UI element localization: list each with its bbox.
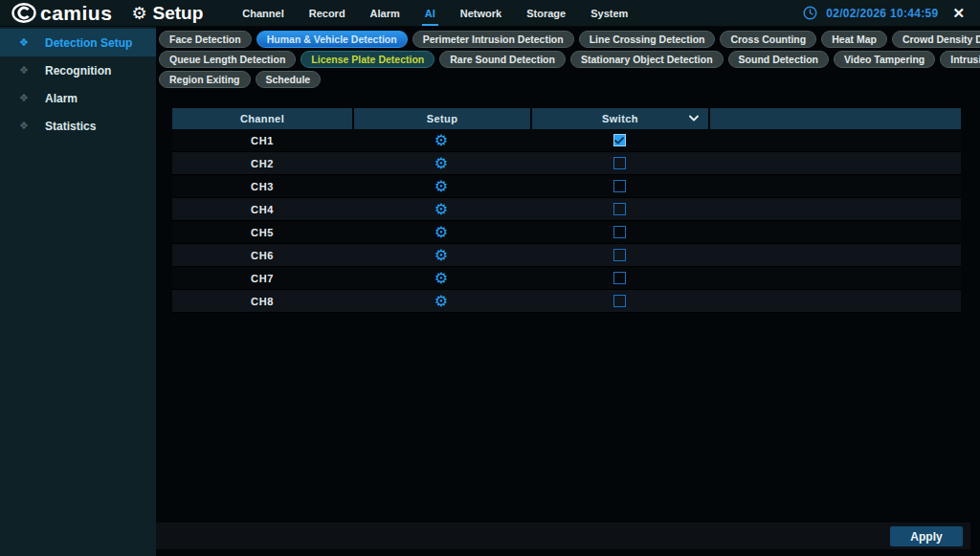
menu-item-network[interactable]: Network bbox=[448, 0, 514, 27]
brand-name: camius bbox=[40, 2, 112, 25]
topbar: camius ⚙ Setup ChannelRecordAlarmAINetwo… bbox=[0, 0, 980, 27]
gear-icon[interactable]: ⚙ bbox=[434, 202, 448, 217]
tab-row: Region ExitingSchedule bbox=[159, 71, 978, 88]
apply-button[interactable]: Apply bbox=[890, 526, 963, 546]
tab-intrusion[interactable]: Intrusion bbox=[940, 51, 980, 68]
column-header-switch: Switch bbox=[532, 108, 708, 129]
gear-icon[interactable]: ⚙ bbox=[434, 225, 448, 240]
tab-cross-counting[interactable]: Cross Counting bbox=[720, 31, 816, 48]
table-row-ch4: CH4⚙ bbox=[172, 198, 961, 221]
close-icon[interactable]: ✕ bbox=[947, 5, 970, 22]
gear-icon[interactable]: ⚙ bbox=[434, 179, 448, 194]
switch-checkbox[interactable] bbox=[613, 157, 626, 169]
menu-item-storage[interactable]: Storage bbox=[514, 0, 578, 27]
channel-label: CH3 bbox=[251, 181, 274, 192]
tab-video-tampering[interactable]: Video Tampering bbox=[834, 51, 935, 68]
sidebar-item-recognition[interactable]: ❖Recognition bbox=[0, 56, 156, 84]
clock-icon bbox=[803, 6, 817, 20]
channel-label: CH1 bbox=[251, 135, 274, 146]
setup-cell: ⚙ bbox=[352, 248, 530, 263]
setup-cell: ⚙ bbox=[352, 202, 530, 217]
gear-icon: ⚙ bbox=[131, 5, 146, 22]
switch-cell bbox=[530, 180, 708, 192]
channel-label: CH5 bbox=[251, 227, 274, 238]
sidebar: ❖Detection Setup❖Recognition❖Alarm❖Stati… bbox=[0, 27, 156, 556]
tab-human-vehicle-detection[interactable]: Human & Vehicle Detection bbox=[256, 31, 408, 48]
gear-icon[interactable]: ⚙ bbox=[434, 133, 448, 148]
page-title: Setup bbox=[153, 3, 204, 24]
switch-header-label: Switch bbox=[602, 113, 638, 124]
tab-queue-length-detection[interactable]: Queue Length Detection bbox=[159, 51, 296, 68]
switch-checkbox[interactable] bbox=[613, 226, 626, 238]
detection-tabs: Face DetectionHuman & Vehicle DetectionP… bbox=[159, 31, 978, 91]
main-content: Face DetectionHuman & Vehicle DetectionP… bbox=[156, 27, 980, 556]
setup-cell: ⚙ bbox=[352, 225, 530, 240]
tab-stationary-object-detection[interactable]: Stationary Object Detection bbox=[570, 51, 724, 68]
channel-cell: CH3 bbox=[172, 181, 352, 192]
switch-cell bbox=[530, 226, 708, 238]
gear-icon[interactable]: ⚙ bbox=[434, 156, 448, 171]
tab-region-exiting[interactable]: Region Exiting bbox=[159, 71, 251, 88]
switch-checkbox[interactable] bbox=[613, 295, 626, 307]
tab-heat-map[interactable]: Heat Map bbox=[821, 31, 887, 48]
menu-item-alarm[interactable]: Alarm bbox=[358, 0, 412, 27]
table-row-ch2: CH2⚙ bbox=[172, 152, 961, 175]
gear-icon[interactable]: ⚙ bbox=[434, 248, 448, 263]
tab-row: Queue Length DetectionLicense Plate Dete… bbox=[159, 51, 978, 68]
channel-label: CH6 bbox=[251, 250, 274, 261]
tab-sound-detection[interactable]: Sound Detection bbox=[728, 51, 829, 68]
channel-cell: CH5 bbox=[172, 227, 352, 238]
menu-item-channel[interactable]: Channel bbox=[230, 0, 296, 27]
table-row-ch6: CH6⚙ bbox=[172, 244, 961, 267]
tab-schedule[interactable]: Schedule bbox=[256, 71, 322, 88]
diamond-icon: ❖ bbox=[18, 121, 30, 131]
table-row-ch5: CH5⚙ bbox=[172, 221, 961, 244]
switch-cell bbox=[530, 134, 708, 146]
switch-checkbox[interactable] bbox=[613, 272, 626, 284]
switch-checkbox[interactable] bbox=[613, 203, 626, 215]
column-header-empty bbox=[710, 108, 961, 129]
channel-cell: CH1 bbox=[172, 135, 352, 146]
gear-icon[interactable]: ⚙ bbox=[434, 271, 448, 286]
tab-perimeter-intrusion-detection[interactable]: Perimeter Intrusion Detection bbox=[412, 31, 574, 48]
sidebar-item-statistics[interactable]: ❖Statistics bbox=[0, 112, 156, 140]
sidebar-item-label: Alarm bbox=[45, 92, 78, 105]
channel-cell: CH8 bbox=[172, 296, 352, 307]
channel-label: CH8 bbox=[251, 296, 274, 307]
gear-icon[interactable]: ⚙ bbox=[434, 294, 448, 309]
setup-cell: ⚙ bbox=[352, 156, 530, 171]
sidebar-item-detection-setup[interactable]: ❖Detection Setup bbox=[0, 29, 156, 56]
menu-item-ai[interactable]: AI bbox=[412, 0, 448, 27]
switch-checkbox[interactable] bbox=[613, 134, 626, 146]
switch-checkbox[interactable] bbox=[613, 180, 626, 192]
main-menu: ChannelRecordAlarmAINetworkStorageSystem bbox=[230, 0, 640, 27]
chevron-down-icon[interactable] bbox=[689, 115, 699, 122]
menu-item-record[interactable]: Record bbox=[297, 0, 358, 27]
table-row-ch3: CH3⚙ bbox=[172, 175, 961, 198]
app-window: camius ⚙ Setup ChannelRecordAlarmAINetwo… bbox=[0, 0, 980, 556]
tab-line-crossing-detection[interactable]: Line Crossing Detection bbox=[579, 31, 716, 48]
table-row-ch7: CH7⚙ bbox=[172, 267, 961, 290]
menu-item-system[interactable]: System bbox=[578, 0, 640, 27]
tab-face-detection[interactable]: Face Detection bbox=[159, 31, 252, 48]
channel-label: CH4 bbox=[251, 204, 274, 215]
sidebar-item-alarm[interactable]: ❖Alarm bbox=[0, 84, 156, 112]
channel-table: Channel Setup Switch CH1⚙CH2⚙CH3⚙CH4⚙CH5… bbox=[172, 108, 961, 313]
channel-cell: CH6 bbox=[172, 250, 352, 261]
tab-crowd-density-detection[interactable]: Crowd Density Detection bbox=[892, 31, 980, 48]
diamond-icon: ❖ bbox=[18, 65, 30, 76]
table-header-row: Channel Setup Switch bbox=[172, 108, 961, 129]
datetime-display: 02/02/2026 10:44:59 bbox=[826, 7, 938, 20]
channel-cell: CH7 bbox=[172, 273, 352, 284]
setup-cell: ⚙ bbox=[352, 271, 530, 286]
tab-row: Face DetectionHuman & Vehicle DetectionP… bbox=[159, 31, 978, 48]
tab-rare-sound-detection[interactable]: Rare Sound Detection bbox=[439, 51, 566, 68]
setup-title-group: ⚙ Setup bbox=[131, 3, 203, 24]
switch-checkbox[interactable] bbox=[613, 249, 626, 261]
topbar-right: 02/02/2026 10:44:59 ✕ bbox=[803, 5, 970, 22]
switch-cell bbox=[530, 272, 708, 284]
sidebar-item-label: Recognition bbox=[45, 64, 111, 78]
tab-license-plate-detection[interactable]: License Plate Detection bbox=[301, 51, 434, 68]
switch-cell bbox=[530, 295, 708, 307]
sidebar-item-label: Statistics bbox=[45, 120, 96, 133]
